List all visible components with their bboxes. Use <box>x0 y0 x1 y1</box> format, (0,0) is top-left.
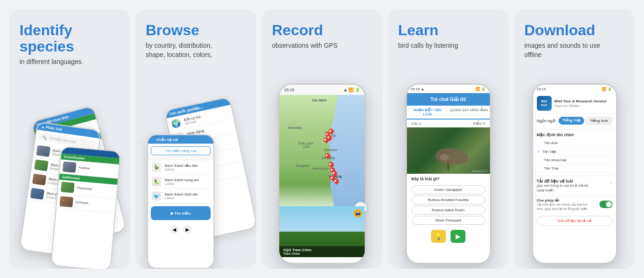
location-name: VQG Tràm Chim <box>283 248 361 252</box>
record-phone: 15:15 ▲ 📶 🔋 Côn Minh Mandalay Hà Nội THÁ… <box>272 58 372 269</box>
option-viet[interactable]: ✓ Tên Việt <box>537 147 612 156</box>
record-subtitle: observations with GPS <box>272 41 372 51</box>
option-thai[interactable]: Tên Thái <box>537 164 612 173</box>
allow-toggle[interactable] <box>599 201 612 208</box>
browse-title: Browse <box>146 22 246 38</box>
download-phone: 15:15 📶 🔋 Wldtour Wild Tour & Research S… <box>524 67 625 269</box>
dl-section-desc: giúp xem thông tin loài khi ở chế độ ngo… <box>537 183 592 193</box>
identify-phones: Tìm kiếm theo Mục Anseriformes AnatidaeD… <box>19 74 120 269</box>
brand-name: Wild Tour & Research Service <box>554 99 607 104</box>
answer-4[interactable]: Silver Pheasant <box>412 216 485 225</box>
download-subtitle: images and sounds to useoffline <box>524 41 625 59</box>
score-label: Điểm 0 <box>473 121 485 126</box>
hint-button[interactable]: 💡 <box>431 230 446 243</box>
card-record: Record observations with GPS 15:15 ▲ 📶 🔋… <box>262 9 382 269</box>
phone-download-device: 15:15 📶 🔋 Wldtour Wild Tour & Research S… <box>532 83 618 264</box>
brand-tagline: Travel for Wildlife <box>554 104 607 107</box>
bird-photo: Pictorica © <box>407 127 490 174</box>
tab-observe[interactable]: QUAN SÁT HÌNH ẢNH <box>448 106 490 119</box>
allow-desc: Tải hình ảnh, âm thanh của loài khi xem,… <box>537 202 592 211</box>
allow-label: Cho phép tải <box>537 198 592 202</box>
phone-learn-device: 15:15 ▲ 📶 🔋 Trò chơi Giải đố NHẬN BIẾT T… <box>406 83 491 264</box>
option-eng[interactable]: Tên Anh <box>537 139 612 147</box>
dl-info-row[interactable]: Tải dữ liệu về loài giúp xem thông tin l… <box>533 176 616 196</box>
brand-logo: Wldtour <box>537 96 552 111</box>
download-title: Download <box>524 22 625 38</box>
clear-button[interactable]: Xoá dữ liệu đã tải về <box>537 216 612 226</box>
card-identify: Identify species in different languages.… <box>9 9 130 269</box>
dl-arrow-icon: › <box>611 179 612 185</box>
lang-viet-btn[interactable]: Tiếng Việt <box>559 117 584 125</box>
location-photo: VQG Tràm Chim Tràm Chim 📷 <box>279 206 365 257</box>
learn-subtitle: bird calls by listening <box>398 41 498 51</box>
card-browse: Browse by country, distribution,shape, l… <box>135 9 256 269</box>
learn-title: Learn <box>398 22 498 38</box>
card-learn: Learn bird calls by listening 15:15 ▲ 📶 … <box>388 9 509 269</box>
card-download: Download images and sounds to useoffline… <box>514 9 635 269</box>
identify-subtitle: in different languages. <box>19 57 120 67</box>
download-status-bar: 15:15 📶 🔋 <box>533 85 616 93</box>
location-sublabel: Tràm Chim <box>283 252 361 255</box>
cards-container: Identify species in different languages.… <box>0 0 644 278</box>
answer-2[interactable]: Rufous-throated Fulvetta <box>412 196 485 204</box>
phone-browse-front: ← Khảo bộ mã Tìm kiếm nâng cao 🦆Bách tha… <box>147 134 214 269</box>
question-text: Đây là loài gì? <box>407 174 490 184</box>
lang-eng-btn[interactable]: Tiếng Anh <box>586 117 612 125</box>
learn-game-title: Trò chơi Giải đố <box>407 93 490 106</box>
map-view: Côn Minh Mandalay Hà Nội THÁI LAN LÀO Vi… <box>279 95 365 206</box>
phone-third: Anseriformes Anatidae Galliformes Phasia… <box>51 146 121 269</box>
record-title: Record <box>272 22 372 38</box>
browse-phones: Các quốc gia/Mặc... 🌍Đất cư trú312 loài … <box>146 67 246 269</box>
question-label: Câu 1 <box>412 121 421 126</box>
lang-label: Ngôn ngữ <box>537 119 555 123</box>
next-button[interactable]: ▶ <box>451 230 465 243</box>
phone-map: 15:15 ▲ 📶 🔋 Côn Minh Mandalay Hà Nội THÁ… <box>278 83 366 264</box>
learn-phone: 15:15 ▲ 📶 🔋 Trò chơi Giải đố NHẬN BIẾT T… <box>398 58 498 269</box>
browse-subtitle: by country, distribution,shape, location… <box>146 41 246 59</box>
answer-1[interactable]: Green Sandpiper <box>412 185 485 194</box>
bird-name-section-title: Mặc định tên chim <box>537 133 612 137</box>
learn-tabs: NHẬN BIẾT TÊN LOÀI QUAN SÁT HÌNH ẢNH <box>407 106 490 120</box>
option-scientific[interactable]: Tên khoa học <box>537 156 612 164</box>
answer-3[interactable]: Rufous-tailed Robin <box>412 206 485 215</box>
brand-row: Wldtour Wild Tour & Research Service Tra… <box>533 93 616 114</box>
dl-section-title-label: Tải dữ liệu về loài <box>537 179 592 183</box>
tab-identify[interactable]: NHẬN BIẾT TÊN LOÀI <box>407 106 449 120</box>
language-section: Ngôn ngữ Tiếng Việt Tiếng Anh <box>533 114 616 129</box>
allow-download-row: Cho phép tải Tải hình ảnh, âm thanh của … <box>533 196 616 213</box>
identify-title: Identify species <box>19 22 120 55</box>
